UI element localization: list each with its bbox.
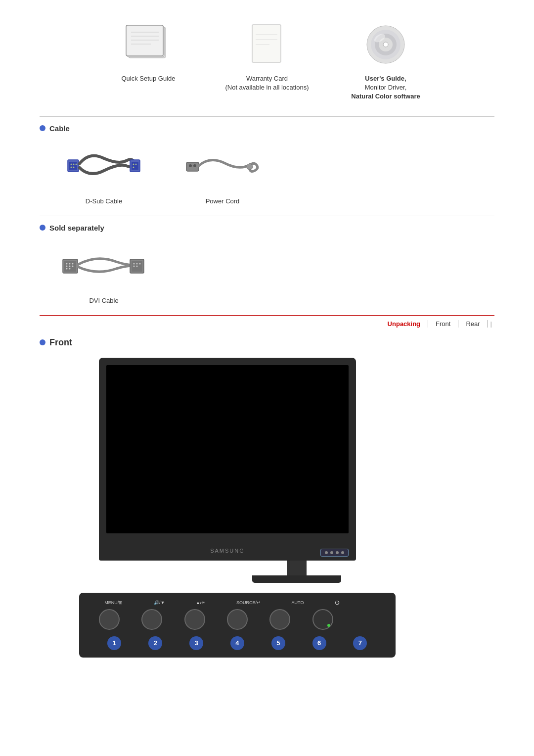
ctrl-btn-vol[interactable] — [141, 609, 162, 630]
power-cord-icon — [185, 142, 260, 192]
label-auto: AUTO — [292, 600, 304, 605]
monitor-base — [252, 575, 341, 583]
label-menu: MENU/⊞ — [104, 600, 123, 605]
label-vol: 🔊/▼ — [154, 600, 165, 605]
dsub-cable-item: D-Sub Cable — [59, 142, 148, 206]
ctrl-btn-menu[interactable] — [99, 609, 120, 630]
monitor-stand — [287, 561, 307, 575]
btn-number-2: 2 — [148, 636, 162, 650]
dvi-cable-label: DVI Cable — [89, 296, 118, 305]
indicator-dot-1 — [325, 551, 328, 554]
samsung-logo: SAMSUNG — [210, 548, 245, 554]
sold-separately-bullet — [40, 225, 45, 231]
dsub-cable-label: D-Sub Cable — [86, 197, 122, 206]
label-source: SOURCE/↵ — [236, 600, 261, 605]
svg-rect-29 — [186, 162, 199, 171]
page-container: Quick Setup Guide Warranty Card (Not ava… — [0, 0, 534, 677]
monitor-frame — [99, 358, 356, 541]
warranty-icon — [250, 20, 284, 69]
tab-front[interactable]: Front — [428, 320, 458, 328]
dvi-cable-item: DVI Cable — [59, 242, 148, 305]
power-cord-label: Power Cord — [206, 197, 240, 206]
svg-point-47 — [139, 263, 141, 264]
svg-point-26 — [133, 164, 134, 165]
svg-point-37 — [72, 263, 74, 264]
svg-point-35 — [66, 263, 68, 264]
btn-number-6: 6 — [312, 636, 326, 650]
indicator-dot-4 — [341, 551, 344, 554]
svg-point-19 — [71, 164, 72, 165]
btn-number-7: 7 — [353, 636, 367, 650]
svg-point-39 — [69, 265, 71, 267]
ctrl-btn-power[interactable] — [312, 609, 333, 630]
top-items-section: Quick Setup Guide Warranty Card (Not ava… — [40, 20, 494, 101]
indicator-dot-3 — [336, 551, 339, 554]
cable-header-label: Cable — [49, 124, 70, 133]
dvi-cable-icon — [62, 242, 146, 291]
tab-more: | — [488, 320, 494, 328]
svg-point-38 — [66, 265, 68, 267]
btn-number-1: 1 — [107, 636, 121, 650]
front-section: Front SAMSUNG MENU/⊞ 🔊/ — [40, 337, 494, 658]
monitor-bezel-bottom: SAMSUNG — [99, 541, 356, 561]
svg-point-23 — [73, 167, 75, 168]
divider-1 — [40, 116, 494, 117]
svg-point-32 — [247, 164, 253, 170]
monitor-container: SAMSUNG — [99, 358, 494, 583]
number-row: 1 2 3 4 5 6 7 — [89, 634, 386, 650]
warranty-label: Warranty Card (Not available in all loca… — [225, 74, 309, 92]
control-buttons-row — [89, 609, 386, 630]
monitor-screen — [106, 365, 349, 533]
cable-items: D-Sub Cable Power Cord — [59, 142, 494, 206]
setup-guide-icon — [121, 20, 176, 69]
front-header-label: Front — [49, 337, 72, 348]
sold-separately-items: DVI Cable — [59, 242, 494, 305]
front-bullet — [40, 339, 45, 345]
btn-number-4: 4 — [230, 636, 244, 650]
svg-point-22 — [71, 167, 72, 168]
cd-icon — [362, 20, 409, 69]
ctrl-btn-bright[interactable] — [184, 609, 205, 630]
svg-point-15 — [383, 42, 388, 47]
indicator-dot-2 — [330, 551, 333, 554]
btn-number-3: 3 — [189, 636, 203, 650]
control-panel: MENU/⊞ 🔊/▼ ▲/✳ SOURCE/↵ AUTO ⏻ — [79, 593, 396, 658]
label-bright: ▲/✳ — [196, 600, 205, 605]
svg-point-31 — [193, 164, 196, 167]
ctrl-btn-source[interactable] — [227, 609, 248, 630]
svg-point-40 — [72, 265, 74, 267]
svg-point-49 — [136, 265, 138, 267]
label-power: ⏻ — [335, 600, 339, 605]
dsub-cable-icon — [67, 142, 141, 192]
svg-point-27 — [135, 164, 137, 165]
svg-point-42 — [69, 268, 71, 269]
power-led — [327, 624, 330, 627]
svg-point-36 — [69, 263, 71, 264]
ctrl-btn-empty — [355, 609, 376, 630]
item-setup-guide: Quick Setup Guide — [104, 20, 193, 83]
svg-rect-25 — [132, 162, 138, 170]
cable-bullet — [40, 125, 45, 131]
monitor-button-row — [320, 549, 349, 557]
tab-unpacking[interactable]: Unpacking — [380, 320, 428, 328]
cable-section-header: Cable — [40, 124, 494, 133]
svg-point-21 — [76, 164, 77, 165]
svg-rect-18 — [69, 162, 77, 170]
front-section-header: Front — [40, 337, 494, 348]
item-warranty: Warranty Card (Not available in all loca… — [222, 20, 312, 92]
svg-point-45 — [134, 263, 135, 264]
power-cord-item: Power Cord — [178, 142, 267, 206]
divider-2 — [40, 216, 494, 216]
cd-label: User's Guide, Monitor Driver, Natural Co… — [351, 74, 420, 101]
ctrl-btn-auto[interactable] — [269, 609, 290, 630]
btn-number-5: 5 — [271, 636, 285, 650]
svg-point-28 — [133, 167, 134, 168]
sold-separately-label: Sold separately — [49, 224, 104, 232]
control-labels-row: MENU/⊞ 🔊/▼ ▲/✳ SOURCE/↵ AUTO ⏻ — [89, 600, 386, 605]
svg-point-46 — [136, 263, 138, 264]
sold-separately-header: Sold separately — [40, 224, 494, 232]
svg-rect-7 — [252, 25, 281, 62]
item-cd: User's Guide, Monitor Driver, Natural Co… — [341, 20, 430, 101]
tab-rear[interactable]: Rear — [458, 320, 488, 328]
svg-point-48 — [134, 265, 135, 267]
